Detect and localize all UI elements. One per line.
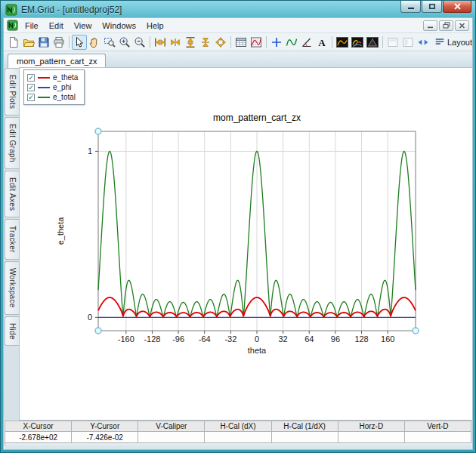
plot-handle-bottom-left[interactable] xyxy=(95,328,101,334)
toolbar-colormap-dark-button[interactable] xyxy=(365,35,380,50)
close-button[interactable] xyxy=(443,1,471,13)
y-tick-label: 1 xyxy=(88,146,92,156)
side-tab-edit-graph[interactable]: Edit Graph xyxy=(5,117,19,169)
tab-mom-pattern-cart-zx[interactable]: mom_pattern_cart_zx xyxy=(8,54,106,68)
toolbar-panel-1-button[interactable] xyxy=(385,35,400,50)
mdi-close-button[interactable] xyxy=(455,20,469,31)
status-value-1: -7.426e-02 xyxy=(72,432,138,443)
new-document-icon xyxy=(8,36,20,48)
bottom-strip xyxy=(5,445,471,449)
y-tick-label: 0 xyxy=(88,313,92,322)
autoscale-icon xyxy=(215,36,227,48)
toolbar-add-text-button[interactable]: A xyxy=(314,35,329,50)
menu-windows[interactable]: Windows xyxy=(97,20,141,32)
status-header-vert-d: Vert-D xyxy=(405,421,471,432)
menu-file[interactable]: File xyxy=(20,20,44,32)
toolbar-new-document-button[interactable] xyxy=(6,35,21,50)
x-tick-label: -160 xyxy=(118,334,134,344)
panel-2-icon xyxy=(402,36,414,48)
toolbar-expand-horizontal-button[interactable] xyxy=(416,35,431,50)
colormap-dark-icon xyxy=(366,36,379,48)
legend-row-e_total: ✓e_total xyxy=(27,92,78,102)
layout-lines-icon xyxy=(434,36,445,48)
minimize-button[interactable] xyxy=(400,1,421,13)
mdi-restore-button[interactable] xyxy=(439,20,453,31)
side-tab-tracker[interactable]: Tracker xyxy=(5,219,19,260)
plot-canvas[interactable]: ✓e_theta✓e_phi✓e_total -160-128-96-64-32… xyxy=(19,67,472,421)
content-area: Edit PlotsEdit GraphEdit AxesTrackerWork… xyxy=(4,67,472,421)
legend-box[interactable]: ✓e_theta✓e_phi✓e_total xyxy=(23,69,85,105)
toolbar-separator xyxy=(230,36,231,48)
panel-1-icon xyxy=(387,36,399,48)
legend-checkbox-e_total[interactable]: ✓ xyxy=(27,94,35,101)
chart-title: mom_pattern_cart_zx xyxy=(213,112,301,123)
side-tab-workspace[interactable]: Workspace xyxy=(5,261,19,315)
toolbar-angle-measure-button[interactable] xyxy=(299,35,314,50)
x-tick-label: 160 xyxy=(381,334,394,344)
x-tick-label: 128 xyxy=(354,334,368,344)
toolbar-select-cursor-button[interactable] xyxy=(72,35,87,50)
compress-y-icon xyxy=(199,36,212,48)
toolbar-zoom-window-button[interactable] xyxy=(102,35,117,50)
toolbar-save-button[interactable] xyxy=(36,35,51,50)
x-tick-label: 64 xyxy=(304,334,314,344)
status-header-y-cursor: Y-Cursor xyxy=(72,421,138,432)
toolbar-curve-trace-button[interactable] xyxy=(284,35,299,50)
toolbar-separator xyxy=(332,36,332,48)
legend-swatch-e_total xyxy=(38,97,50,98)
status-value-5 xyxy=(338,432,405,443)
side-tab-edit-axes[interactable]: Edit Axes xyxy=(5,171,19,217)
toolbar-compress-y-button[interactable] xyxy=(198,35,213,50)
toolbar-buttons: A xyxy=(6,35,431,50)
menu-help[interactable]: Help xyxy=(141,20,169,32)
mdi-window-controls xyxy=(423,20,469,31)
side-tab-edit-plots[interactable]: Edit Plots xyxy=(5,68,19,116)
add-text-icon: A xyxy=(316,36,328,48)
status-header-h-cal-1-dx-: H-Cal (1/dX) xyxy=(272,421,338,432)
toolbar-add-marker-button[interactable] xyxy=(269,35,284,50)
compress-x-icon xyxy=(169,36,181,48)
toolbar-panel-2-button[interactable] xyxy=(400,35,416,50)
toolbar-data-table-button[interactable] xyxy=(233,35,249,50)
legend-checkbox-e_phi[interactable]: ✓ xyxy=(27,84,35,91)
x-tick-label: 32 xyxy=(279,334,288,344)
mdi-minimize-button[interactable] xyxy=(423,20,437,31)
side-tab-hide[interactable]: Hide xyxy=(5,316,19,347)
document-icon[interactable] xyxy=(7,20,18,31)
toolbar-colormap-orange-button[interactable] xyxy=(335,35,350,50)
app-logo-icon[interactable] xyxy=(5,4,17,16)
toolbar-expand-x-button[interactable] xyxy=(153,35,168,50)
plot-handle-bottom-right[interactable] xyxy=(413,328,419,334)
legend-checkbox-e_theta[interactable]: ✓ xyxy=(27,74,35,82)
menu-view[interactable]: View xyxy=(69,20,97,32)
tab-bar: mom_pattern_cart_zx xyxy=(4,51,472,67)
svg-text:A: A xyxy=(318,36,326,48)
menu-edit[interactable]: Edit xyxy=(44,20,69,32)
x-tick-label: -128 xyxy=(144,334,160,344)
toolbar-pan-hand-button[interactable] xyxy=(87,35,102,50)
toolbar-compress-x-button[interactable] xyxy=(168,35,183,50)
toolbar-print-button[interactable] xyxy=(51,35,66,50)
titlebar[interactable]: EM.Grid - [untitledproj52] xyxy=(1,1,475,17)
toolbar-autoscale-button[interactable] xyxy=(213,35,228,50)
status-header-h-cal-dx-: H-Cal (dX) xyxy=(205,421,271,432)
save-icon xyxy=(38,36,50,48)
maximize-button[interactable] xyxy=(422,1,442,13)
status-value-2 xyxy=(138,432,205,443)
close-icon xyxy=(453,3,462,10)
toolbar-graph-grid-button[interactable] xyxy=(249,35,264,50)
status-header-v-caliper: V-Caliper xyxy=(138,421,205,432)
toolbar-expand-y-button[interactable] xyxy=(183,35,198,50)
status-value-6 xyxy=(405,432,471,443)
toolbar-colormap-multi-button[interactable] xyxy=(350,35,365,50)
x-tick-label: 0 xyxy=(255,334,259,344)
client-area: FileEditViewWindowsHelp A Layout mom_pat… xyxy=(3,17,473,450)
colormap-orange-icon xyxy=(336,36,348,48)
toolbar-zoom-out-button[interactable] xyxy=(132,35,147,50)
plot-handle-top-left[interactable] xyxy=(95,128,101,134)
layout-button[interactable]: Layout xyxy=(431,35,472,49)
toolbar-separator xyxy=(266,36,267,48)
toolbar-open-folder-button[interactable] xyxy=(21,35,36,50)
window-controls xyxy=(400,1,471,13)
toolbar-zoom-in-button[interactable] xyxy=(117,35,132,50)
